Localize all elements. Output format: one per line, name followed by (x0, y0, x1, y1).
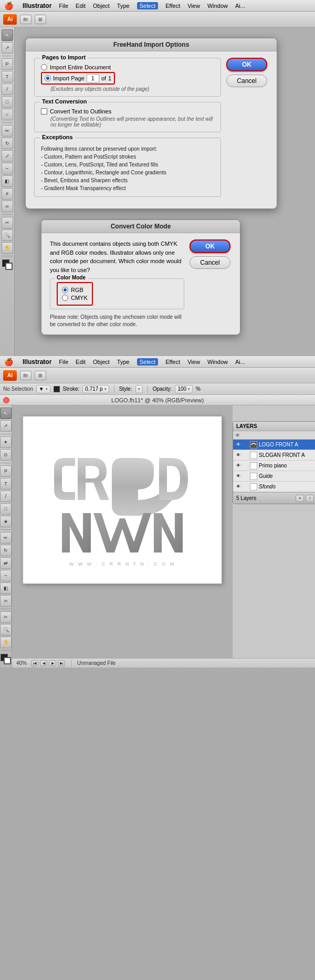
tool-warp[interactable]: ~ (2, 163, 13, 174)
tool-rect-bottom[interactable]: □ (0, 503, 12, 515)
tool-zoom-bottom[interactable]: 🔍 (0, 624, 12, 635)
menu-view-top[interactable]: View (187, 3, 200, 9)
menu-file-bottom[interactable]: File (59, 359, 68, 365)
menu-view-bottom[interactable]: View (187, 359, 200, 365)
menu-effect-bottom[interactable]: Effect (165, 359, 180, 365)
layer-eye-1[interactable]: 👁 (235, 442, 242, 448)
tool-gradient-bottom[interactable]: ◧ (0, 582, 12, 594)
tool-rect[interactable]: □ (2, 96, 13, 108)
layer-row-primo[interactable]: 👁 Primo piano (233, 461, 315, 471)
freehand-dialog-title: FreeHand Import Options (26, 38, 277, 51)
menu-ai-bottom[interactable]: Ai... (235, 359, 245, 365)
tool-type-bottom[interactable]: T (0, 478, 12, 489)
fill-stroke-colors[interactable] (2, 259, 13, 270)
apple-menu[interactable]: 🍎 (4, 2, 13, 10)
import-entire-radio[interactable] (41, 64, 47, 70)
tool-ellipse[interactable]: ○ (2, 109, 13, 120)
layer-eye-3[interactable]: 👁 (235, 463, 242, 469)
menu-edit-bottom[interactable]: Edit (76, 359, 86, 365)
tool-rotate-bottom[interactable]: ↻ (0, 545, 12, 556)
menu-file-top[interactable]: File (59, 3, 68, 9)
menu-effect-top[interactable]: Effect (165, 3, 180, 9)
layer-eye-4[interactable]: 👁 (235, 473, 242, 479)
menu-object-top[interactable]: Object (93, 3, 110, 9)
stroke-value-dropdown[interactable]: 0.717 p▾ (82, 385, 109, 393)
color-cancel-button[interactable]: Cancel (190, 256, 230, 269)
tool-brush[interactable]: ✏ (2, 125, 13, 137)
tool-line[interactable]: / (2, 84, 13, 95)
tool-magic-wand[interactable]: ✦ (0, 436, 12, 448)
tool-lasso[interactable]: ⊙ (0, 449, 12, 461)
fill-stroke-bottom[interactable] (1, 654, 11, 664)
tool-brush-bottom[interactable]: ✏ (0, 532, 12, 544)
layer-eye-5[interactable]: 👁 (235, 484, 242, 490)
tool-type[interactable]: T (2, 71, 13, 82)
tool-blend[interactable]: ∞ (2, 201, 13, 212)
file-status: Unmanaged File (77, 660, 116, 666)
selection-dropdown[interactable]: ▼▾ (36, 385, 50, 393)
tool-gradient[interactable]: ◧ (2, 175, 13, 187)
tool-direct-select[interactable]: ↗ (2, 42, 13, 54)
tool-blend-bottom[interactable]: ∞ (0, 595, 12, 607)
menu-window-bottom[interactable]: Window (207, 359, 228, 365)
last-page-button[interactable]: ▶| (58, 660, 65, 666)
tool-scale[interactable]: ⤢ (2, 150, 13, 162)
tool-pen[interactable]: P (2, 58, 13, 70)
menu-object-bottom[interactable]: Object (93, 359, 110, 365)
style-dropdown[interactable]: ▾ (135, 385, 143, 393)
freehand-cancel-button[interactable]: Cancel (226, 75, 267, 87)
opacity-label: Opacity: (153, 386, 172, 392)
rgb-radio[interactable] (62, 287, 68, 293)
cmyk-radio[interactable] (62, 295, 68, 301)
br-icon: Br (20, 15, 32, 24)
tool-hand[interactable]: ✋ (2, 242, 13, 254)
convert-text-checkbox[interactable] (41, 108, 47, 114)
tool-scissors[interactable]: ✂ (2, 217, 13, 228)
total-pages: 1 (108, 75, 111, 81)
tool-rotate[interactable]: ↻ (2, 138, 13, 149)
menu-edit-top[interactable]: Edit (76, 3, 86, 9)
exception-item-3: - Contour, Logarithmic, Rectangle and Co… (41, 169, 214, 176)
convert-hint: (Converting Text to Outlines will preser… (50, 116, 214, 128)
tool-select[interactable]: ↖ (2, 29, 13, 41)
layer-row-sfondo[interactable]: 👁 Sfondo (233, 482, 315, 492)
import-page-radio[interactable] (45, 75, 51, 81)
apple-menu-bottom[interactable]: 🍎 (4, 358, 13, 366)
menu-select-top[interactable]: Select (137, 2, 159, 9)
first-page-button[interactable]: |◀ (31, 660, 38, 666)
menu-type-top[interactable]: Type (117, 3, 130, 9)
freehand-ok-button[interactable]: OK (226, 58, 267, 71)
menu-window-top[interactable]: Window (207, 3, 228, 9)
tool-reflect-bottom[interactable]: ⇄ (0, 557, 12, 569)
new-layer-button[interactable]: + (296, 495, 304, 502)
tool-zoom[interactable]: 🔍 (2, 230, 13, 241)
menu-ai-top[interactable]: Ai... (235, 3, 245, 9)
canvas-close-button[interactable] (3, 397, 9, 403)
layer-eye-2[interactable]: 👁 (235, 452, 242, 458)
tool-pen-bottom[interactable]: P (0, 465, 12, 477)
layer-row-logo-front[interactable]: 👁 LOGO FRONT A (233, 440, 315, 450)
layer-row-slogan[interactable]: 👁 SLOGAN FRONT A (233, 450, 315, 461)
dialog-area-top: FreeHand Import Options Pages to Import … (15, 27, 315, 356)
tool-direct-bottom[interactable]: ↗ (0, 420, 12, 432)
prev-page-button[interactable]: ◀ (40, 660, 47, 666)
menu-select-bottom[interactable]: Select (137, 358, 159, 366)
color-ok-button[interactable]: OK (190, 239, 230, 253)
layer-row-guide[interactable]: 👁 Guide (233, 471, 315, 482)
tool-scissors-bottom[interactable]: ✂ (0, 611, 12, 623)
tool-select-bottom[interactable]: ↖ (0, 408, 12, 419)
ai-icon-bottom: Ai (3, 370, 17, 381)
tool-line-bottom[interactable]: / (0, 491, 12, 502)
menu-type-bottom[interactable]: Type (117, 359, 130, 365)
next-page-button[interactable]: ▶ (49, 660, 56, 666)
tool-mesh[interactable]: # (2, 188, 13, 200)
page-number-input[interactable]: 1 (87, 74, 99, 82)
tool-star-bottom[interactable]: ★ (0, 516, 12, 527)
tool-warp-bottom[interactable]: ~ (0, 570, 12, 581)
br-icon-bottom: Br (20, 371, 32, 380)
exceptions-group: Exceptions Following items cannot be pre… (34, 138, 221, 197)
move-layer-up-button[interactable]: ↑ (306, 495, 314, 502)
stroke-color-swatch[interactable] (54, 386, 60, 392)
opacity-dropdown[interactable]: 100▾ (175, 385, 193, 393)
tool-hand-bottom[interactable]: ✋ (0, 637, 12, 648)
